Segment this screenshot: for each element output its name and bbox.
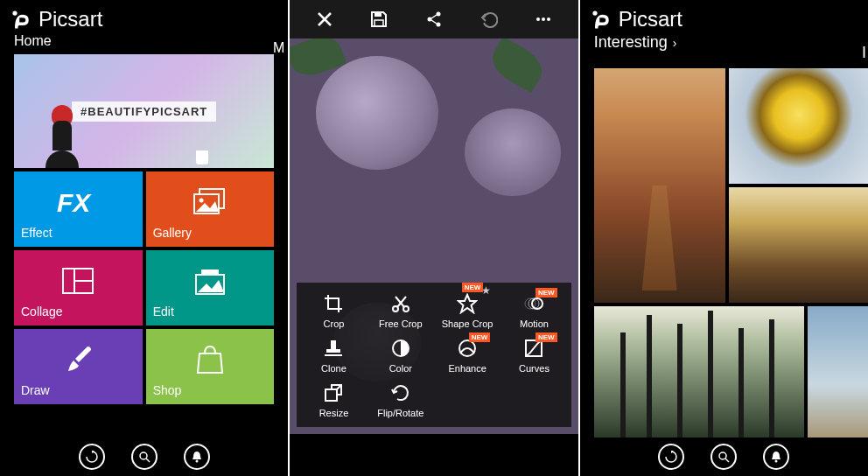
- svg-point-45: [592, 10, 597, 15]
- search-icon: [718, 451, 730, 463]
- search-button[interactable]: [710, 444, 737, 470]
- tool-crop[interactable]: Crop: [302, 291, 365, 329]
- contrast-icon: [390, 338, 411, 359]
- close-button[interactable]: [311, 5, 339, 33]
- svg-point-4: [199, 199, 203, 203]
- search-button[interactable]: [131, 444, 158, 470]
- tile-label: Edit: [153, 304, 268, 318]
- tool-label: Flip/Rotate: [377, 408, 424, 418]
- tool-free-crop[interactable]: Free Crop: [369, 291, 432, 329]
- svg-line-11: [146, 458, 150, 462]
- bell-icon: [770, 451, 782, 463]
- tool-label: Color: [389, 363, 412, 374]
- editor-topbar: [290, 0, 578, 38]
- tool-resize[interactable]: Resize: [302, 381, 365, 418]
- tile-effect[interactable]: FX Effect: [14, 172, 143, 247]
- gallery-image[interactable]: [729, 187, 868, 303]
- gallery-image[interactable]: [729, 68, 868, 184]
- svg-point-22: [536, 18, 540, 21]
- svg-point-24: [547, 18, 550, 21]
- more-button[interactable]: [529, 5, 557, 33]
- hero-banner[interactable]: #BEAUTIFYPICSART: [14, 54, 274, 168]
- chevron-right-icon: ›: [673, 36, 677, 50]
- rotate-icon: [390, 382, 411, 403]
- tool-label: Motion: [520, 318, 549, 329]
- tool-curves[interactable]: NEW Curves: [502, 336, 565, 374]
- tool-enhance[interactable]: NEW Enhance: [436, 336, 499, 374]
- share-icon: [425, 10, 443, 28]
- undo-button[interactable]: [475, 5, 503, 33]
- tile-shop[interactable]: Shop: [146, 329, 275, 404]
- tool-panel: Crop Free Crop NEW Shape Crop NEW Motion…: [297, 283, 570, 427]
- section-header[interactable]: Interesting ›: [580, 33, 868, 57]
- home-screen: Picsart Home M #BEAUTIFYPICSART FX Effec…: [0, 0, 288, 476]
- app-logo: Picsart: [0, 0, 288, 33]
- app-bar: [0, 438, 288, 476]
- edit-icon: [192, 266, 228, 296]
- app-logo-text: Picsart: [38, 7, 102, 32]
- bell-icon: [191, 451, 203, 463]
- tile-collage[interactable]: Collage: [14, 250, 143, 326]
- tool-shape-crop[interactable]: NEW Shape Crop: [436, 291, 499, 329]
- collage-icon: [62, 268, 94, 294]
- new-badge: NEW: [462, 283, 484, 292]
- app-logo-text: Picsart: [619, 7, 682, 32]
- crop-icon: [323, 293, 344, 314]
- share-button[interactable]: [420, 5, 448, 33]
- svg-point-0: [12, 10, 17, 15]
- tool-color[interactable]: Color: [369, 336, 432, 374]
- new-badge: NEW: [536, 288, 557, 298]
- svg-rect-34: [325, 354, 342, 356]
- save-button[interactable]: [365, 5, 393, 33]
- search-icon: [138, 451, 150, 463]
- tile-edit[interactable]: Edit: [146, 250, 275, 326]
- gallery-image[interactable]: [594, 306, 804, 438]
- tool-label: Clone: [321, 363, 346, 374]
- tile-label: Collage: [21, 304, 136, 318]
- brush-icon: [61, 345, 94, 374]
- svg-point-48: [775, 460, 778, 463]
- svg-point-17: [427, 18, 431, 22]
- more-icon: [535, 16, 552, 23]
- hero-hashtag: #BEAUTIFYPICSART: [72, 102, 216, 122]
- svg-point-23: [542, 18, 545, 21]
- svg-line-47: [725, 458, 729, 462]
- svg-point-10: [140, 452, 147, 459]
- close-icon: [316, 10, 333, 28]
- tile-gallery[interactable]: Gallery: [146, 172, 275, 247]
- gallery-image[interactable]: [594, 68, 725, 303]
- home-tiles-grid: FX Effect Gallery Collage Edit Draw Shop: [14, 172, 274, 404]
- svg-rect-32: [331, 340, 336, 349]
- gallery-image[interactable]: [808, 306, 868, 438]
- svg-rect-33: [326, 349, 340, 353]
- hero-illustration-person: [36, 98, 88, 168]
- page-title[interactable]: Home: [0, 33, 288, 54]
- refresh-icon: [665, 451, 677, 463]
- shop-icon: [194, 345, 226, 374]
- refresh-icon: [86, 451, 98, 463]
- tool-clone[interactable]: Clone: [302, 336, 365, 374]
- fx-icon: FX: [57, 187, 99, 217]
- explore-gallery: [594, 68, 868, 434]
- svg-line-27: [397, 297, 406, 307]
- notifications-button[interactable]: [184, 444, 210, 470]
- svg-rect-9: [201, 270, 219, 275]
- tool-label: Curves: [519, 363, 550, 374]
- explore-screen: Picsart Interesting › I: [580, 0, 868, 476]
- svg-point-46: [719, 452, 726, 459]
- tool-label: Shape Crop: [442, 318, 494, 329]
- svg-rect-16: [374, 20, 383, 26]
- tool-label: Resize: [319, 408, 349, 418]
- tool-label: Crop: [324, 318, 345, 329]
- tile-draw[interactable]: Draw: [14, 329, 143, 404]
- notifications-button[interactable]: [763, 444, 789, 470]
- new-badge: NEW: [536, 332, 557, 342]
- undo-icon: [480, 10, 498, 28]
- tool-motion[interactable]: NEW Motion: [502, 291, 565, 329]
- nav-peek[interactable]: I: [862, 44, 866, 62]
- refresh-button[interactable]: [658, 444, 684, 470]
- nav-peek[interactable]: M: [273, 40, 284, 56]
- refresh-button[interactable]: [79, 444, 105, 470]
- tool-flip-rotate[interactable]: Flip/Rotate: [369, 381, 432, 418]
- tool-label: Enhance: [448, 363, 486, 374]
